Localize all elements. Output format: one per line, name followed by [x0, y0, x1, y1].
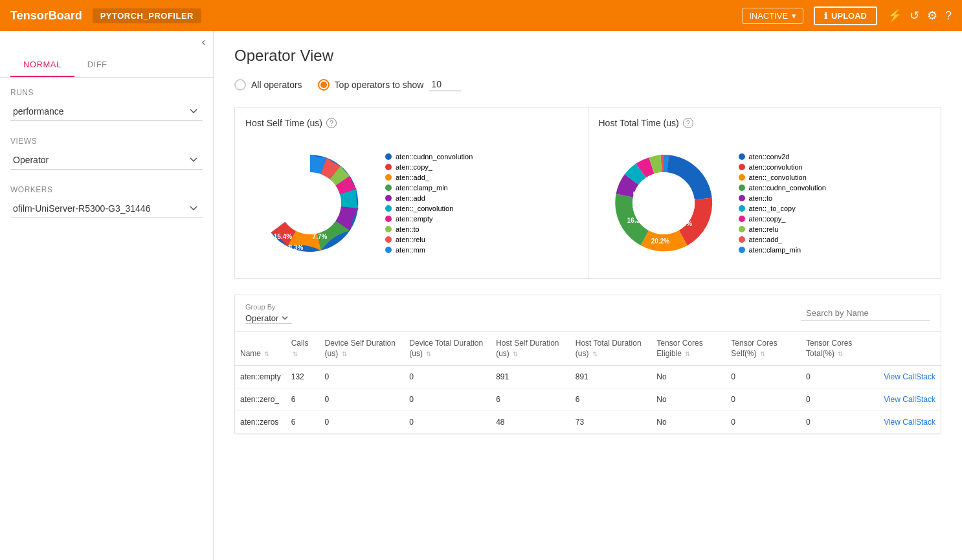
cell-dev-total: 0 — [404, 388, 491, 411]
cell-host-self: 6 — [491, 388, 570, 411]
top-operators-label: Top operators to show — [335, 80, 424, 90]
cell-action[interactable]: View CallStack — [878, 366, 941, 388]
cell-host-total: 6 — [570, 388, 652, 411]
legend-item: aten::to — [385, 225, 473, 233]
sidebar-tabs: NORMAL DIFF — [0, 53, 213, 78]
runs-section: Runs performance — [0, 78, 213, 126]
all-operators-label: All operators — [251, 80, 302, 90]
top-operators-radio[interactable] — [318, 79, 330, 91]
col-tc-eligible: Tensor Cores Eligible ⇅ — [651, 332, 726, 366]
cell-name: aten::empty — [235, 366, 286, 388]
col-name: Name ⇅ — [235, 332, 286, 366]
cell-name: aten::zero_ — [235, 388, 286, 411]
help-icon[interactable]: ? — [945, 9, 952, 23]
cell-tc-eligible: No — [651, 411, 726, 434]
cell-calls: 6 — [286, 388, 320, 411]
legend-item: aten::_convolution — [385, 205, 473, 212]
all-operators-radio[interactable] — [234, 79, 246, 91]
legend-item: aten::add_ — [385, 174, 473, 181]
cell-action[interactable]: View CallStack — [878, 411, 941, 434]
cell-dev-total: 0 — [404, 411, 491, 434]
main-layout: ‹ NORMAL DIFF Runs performance Views Ope… — [0, 31, 962, 560]
settings-icon[interactable]: ⚙ — [927, 8, 937, 23]
col-dev-self: Device Self Duration (us) ⇅ — [320, 332, 405, 366]
refresh-icon[interactable]: ↺ — [910, 8, 919, 23]
upload-icon: ℹ — [824, 11, 827, 21]
cell-host-total: 73 — [570, 411, 652, 434]
view-callstack-link[interactable]: View CallStack — [884, 372, 935, 381]
col-tc-self: Tensor Cores Self(%) ⇅ — [726, 332, 801, 366]
cell-dev-self: 0 — [320, 366, 405, 388]
cell-tc-total: 0 — [801, 411, 878, 434]
group-by: Group By Operator — [245, 303, 292, 324]
svg-text:7.7%: 7.7% — [313, 233, 328, 240]
all-operators-option[interactable]: All operators — [234, 79, 302, 91]
views-section: Views Operator — [0, 126, 213, 175]
cell-dev-total: 0 — [404, 366, 491, 388]
group-by-select[interactable]: Operator — [245, 313, 292, 324]
cell-host-self: 48 — [491, 411, 570, 434]
group-by-label: Group By — [245, 303, 292, 311]
host-self-time-title: Host Self Time (us) ? — [245, 118, 577, 128]
col-tc-total: Tensor Cores Total(%) ⇅ — [801, 332, 878, 366]
status-dropdown[interactable]: INACTIVE ▾ — [742, 8, 803, 24]
cell-action[interactable]: View CallStack — [878, 388, 941, 411]
main-content: Operator View All operators Top operator… — [214, 31, 962, 560]
cell-tc-total: 0 — [801, 366, 878, 388]
host-total-time-legend: aten::conv2d aten::convolution aten::_co… — [739, 153, 826, 254]
legend-item: aten::copy_ — [739, 215, 826, 223]
host-self-time-content: 52.1% 15.4% 8.3% 7.7% aten::cudnn_convol… — [245, 139, 577, 268]
svg-text:15.4%: 15.4% — [274, 233, 292, 240]
legend-item: aten::cudnn_convolution — [739, 184, 826, 192]
host-self-time-legend: aten::cudnn_convolution aten::copy_ aten… — [385, 153, 473, 254]
svg-text:5.4%: 5.4% — [632, 191, 647, 198]
host-self-time-donut: 52.1% 15.4% 8.3% 7.7% — [245, 139, 375, 268]
host-self-time-panel: Host Self Time (us) ? — [234, 107, 588, 279]
top-ops-input[interactable] — [429, 78, 461, 91]
legend-item: aten::copy_ — [385, 163, 473, 171]
legend-item: aten::conv2d — [739, 153, 826, 161]
lightning-icon[interactable]: ⚡ — [888, 8, 902, 23]
view-callstack-link[interactable]: View CallStack — [884, 395, 935, 404]
host-total-time-info-icon[interactable]: ? — [683, 118, 693, 128]
legend-item: aten::relu — [739, 225, 826, 233]
legend-item: aten::relu — [385, 236, 473, 243]
svg-text:20.8%: 20.8% — [669, 190, 689, 198]
collapse-button[interactable]: ‹ — [202, 36, 205, 48]
host-total-time-panel: Host Total Time (us) ? — [588, 107, 942, 279]
host-self-time-info-icon[interactable]: ? — [326, 118, 337, 128]
col-host-self: Host Self Duration (us) ⇅ — [491, 332, 570, 366]
legend-item: aten::add — [385, 194, 473, 202]
workers-section: Workers ofilm-UniServer-R5300-G3_31446 — [0, 175, 213, 223]
runs-select[interactable]: performance — [10, 102, 203, 121]
svg-text:8.3%: 8.3% — [289, 244, 304, 251]
svg-text:16.3%: 16.3% — [627, 217, 645, 224]
charts-section: Host Self Time (us) ? — [234, 107, 941, 279]
operators-table: Name ⇅ Calls ⇅ Device Self Duration (us)… — [235, 332, 941, 434]
app-logo: TensorBoard — [10, 9, 82, 23]
table-toolbar: Group By Operator — [235, 295, 941, 332]
tab-diff[interactable]: DIFF — [74, 53, 120, 77]
search-input[interactable] — [801, 306, 930, 321]
header: TensorBoard PYTORCH_PROFILER INACTIVE ▾ … — [0, 0, 962, 31]
legend-item: aten::to — [739, 194, 826, 202]
legend-item: aten::mm — [385, 246, 473, 254]
table-row: aten::empty 132 0 0 891 891 No 0 0 View … — [235, 366, 941, 388]
filter-options: All operators Top operators to show — [234, 78, 941, 91]
view-callstack-link[interactable]: View CallStack — [884, 418, 935, 427]
header-icons: ⚡ ↺ ⚙ ? — [888, 8, 952, 23]
plugin-label: PYTORCH_PROFILER — [93, 8, 201, 23]
svg-text:52.1%: 52.1% — [316, 200, 336, 208]
legend-item: aten::_convolution — [739, 174, 826, 181]
top-operators-option[interactable]: Top operators to show — [318, 78, 462, 91]
workers-select[interactable]: ofilm-UniServer-R5300-G3_31446 — [10, 199, 203, 218]
col-dev-total: Device Total Duration (us) ⇅ — [404, 332, 491, 366]
legend-item: aten::clamp_min — [739, 246, 826, 254]
legend-item: aten::clamp_min — [385, 184, 473, 192]
upload-button[interactable]: ℹ UPLOAD — [814, 6, 877, 25]
cell-name: aten::zeros — [235, 411, 286, 434]
sidebar: ‹ NORMAL DIFF Runs performance Views Ope… — [0, 31, 214, 560]
views-select[interactable]: Operator — [10, 151, 203, 170]
workers-label: Workers — [10, 185, 203, 194]
tab-normal[interactable]: NORMAL — [10, 53, 74, 77]
